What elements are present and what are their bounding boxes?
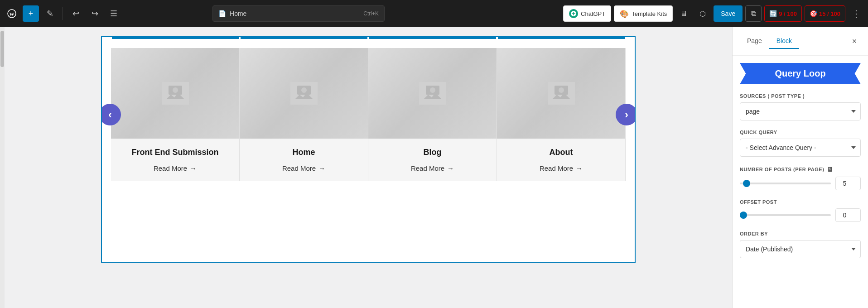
- search-input[interactable]: [230, 10, 360, 17]
- card-4-image: [497, 48, 625, 139]
- canvas-scrollbar[interactable]: [0, 27, 5, 308]
- card-2: Home Read More →: [240, 48, 368, 181]
- chatgpt-icon: [569, 9, 578, 18]
- close-icon: ×: [852, 37, 857, 46]
- card-3: Blog Read More →: [368, 48, 497, 181]
- svg-point-7: [301, 87, 307, 93]
- card-1-body: Front End Submission Read More →: [111, 139, 239, 181]
- options-icon: ⋮: [852, 8, 861, 19]
- sources-label: SOURCES ( POST TYPE ): [740, 93, 861, 99]
- card-4-image-placeholder: [497, 48, 625, 139]
- card-1-image-placeholder: [111, 48, 239, 139]
- canvas-content: ‹ F: [101, 36, 636, 263]
- main-area: ‹ F: [0, 27, 868, 308]
- save-button[interactable]: Save: [714, 5, 743, 22]
- monitor-icon: 🖥: [827, 166, 834, 173]
- toolbar: W + ✎ ↩ ↪ ☰ 📄 Ctrl+K ChatGPT 🎨: [0, 0, 868, 27]
- number-posts-slider[interactable]: [740, 183, 831, 184]
- card-3-link-text: Read More: [411, 164, 444, 172]
- sidebar-tabs: Page Block: [740, 34, 799, 49]
- revisions-icon: 🔄: [769, 10, 777, 17]
- sidebar: Page Block × Query Loop SOURCES ( POST T…: [732, 27, 868, 308]
- card-3-title: Blog: [376, 148, 489, 157]
- order-by-section: ORDER BY Date (Published) Date (Modified…: [740, 231, 861, 258]
- svg-point-10: [430, 87, 435, 93]
- revisions-counter[interactable]: 🔄 9 / 100: [764, 5, 802, 22]
- chatgpt-label: ChatGPT: [581, 10, 605, 17]
- wp-logo[interactable]: W: [4, 5, 20, 22]
- query-loop-banner: Query Loop: [740, 63, 861, 84]
- chevron-right-icon: ›: [625, 108, 628, 121]
- sources-select[interactable]: page post custom: [740, 102, 861, 120]
- card-4-body: About Read More →: [497, 139, 625, 181]
- card-2-image: [240, 48, 368, 139]
- template-kits-icon: 🎨: [620, 10, 629, 18]
- redo-button[interactable]: ↪: [87, 5, 103, 22]
- sidebar-close-button[interactable]: ×: [848, 35, 861, 48]
- card-3-image-placeholder: [368, 48, 497, 139]
- template-kits-button[interactable]: 🎨 Template Kits: [614, 5, 673, 22]
- toolbar-separator-1: [63, 7, 63, 20]
- carousel-next-button[interactable]: ›: [616, 104, 636, 125]
- card-1: Front End Submission Read More →: [111, 48, 240, 181]
- offset-post-slider[interactable]: [740, 214, 831, 216]
- template-kits-label: Template Kits: [632, 10, 667, 17]
- card-2-link[interactable]: Read More →: [247, 164, 361, 172]
- sources-section: SOURCES ( POST TYPE ) page post custom: [740, 93, 861, 120]
- switcher-icon: ⧉: [751, 10, 756, 18]
- sidebar-header: Page Block ×: [733, 27, 868, 56]
- card-2-arrow-icon: →: [318, 164, 325, 172]
- number-posts-input[interactable]: [835, 177, 861, 190]
- chevron-left-icon: ‹: [108, 108, 112, 121]
- number-posts-label: NUMBER OF POSTS (PER PAGE) 🖥: [740, 166, 861, 173]
- blocks-value: 15 / 100: [819, 10, 840, 17]
- quick-query-section: QUICK QUERY - Select Advance Query - Lat…: [740, 130, 861, 157]
- document-icon: 📄: [218, 10, 226, 17]
- card-3-image: [368, 48, 497, 139]
- number-posts-section: NUMBER OF POSTS (PER PAGE) 🖥: [740, 166, 861, 190]
- quick-query-select[interactable]: - Select Advance Query - Latest Posts Fe…: [740, 139, 861, 157]
- tab-page[interactable]: Page: [740, 34, 769, 49]
- offset-post-input[interactable]: [835, 208, 861, 222]
- add-block-button[interactable]: +: [23, 5, 39, 22]
- command-search[interactable]: 📄 Ctrl+K: [212, 5, 385, 22]
- card-2-link-text: Read More: [282, 164, 316, 172]
- card-1-link[interactable]: Read More →: [118, 164, 232, 172]
- list-view-button[interactable]: ☰: [106, 5, 122, 22]
- options-button[interactable]: ⋮: [848, 5, 864, 22]
- card-2-title: Home: [247, 148, 361, 157]
- order-by-select[interactable]: Date (Published) Date (Modified) Title: [740, 240, 861, 258]
- view-mode-button[interactable]: 🖥: [675, 5, 692, 22]
- block-switcher-button[interactable]: ⧉: [745, 5, 762, 22]
- search-shortcut: Ctrl+K: [363, 10, 379, 17]
- svg-point-13: [559, 87, 564, 93]
- svg-text:W: W: [10, 11, 14, 17]
- cards-container: ‹ F: [102, 39, 635, 190]
- blocks-counter[interactable]: 🎯 15 / 100: [805, 5, 845, 22]
- card-4-link[interactable]: Read More →: [504, 164, 618, 172]
- card-1-arrow-icon: →: [190, 164, 197, 172]
- card-3-arrow-icon: →: [447, 164, 454, 172]
- quick-query-label: QUICK QUERY: [740, 130, 861, 135]
- card-4-link-text: Read More: [540, 164, 573, 172]
- tab-block[interactable]: Block: [769, 34, 799, 49]
- card-3-link[interactable]: Read More →: [376, 164, 489, 172]
- preview-button[interactable]: ⬡: [694, 5, 711, 22]
- list-icon: ☰: [110, 9, 117, 19]
- plus-icon: +: [29, 9, 34, 19]
- svg-point-4: [173, 87, 178, 93]
- edit-mode-button[interactable]: ✎: [42, 5, 58, 22]
- scrollbar-thumb[interactable]: [0, 31, 4, 67]
- card-4-title: About: [504, 148, 618, 157]
- card-4: About Read More →: [497, 48, 626, 181]
- card-3-body: Blog Read More →: [368, 139, 497, 181]
- card-1-link-text: Read More: [154, 164, 187, 172]
- chatgpt-button[interactable]: ChatGPT: [563, 5, 611, 22]
- revisions-value: 9 / 100: [779, 10, 797, 17]
- card-4-arrow-icon: →: [576, 164, 583, 172]
- blocks-icon: 🎯: [810, 10, 817, 17]
- card-1-image: [111, 48, 239, 139]
- card-1-title: Front End Submission: [118, 148, 232, 157]
- undo-button[interactable]: ↩: [68, 5, 84, 22]
- desktop-icon: 🖥: [680, 10, 687, 18]
